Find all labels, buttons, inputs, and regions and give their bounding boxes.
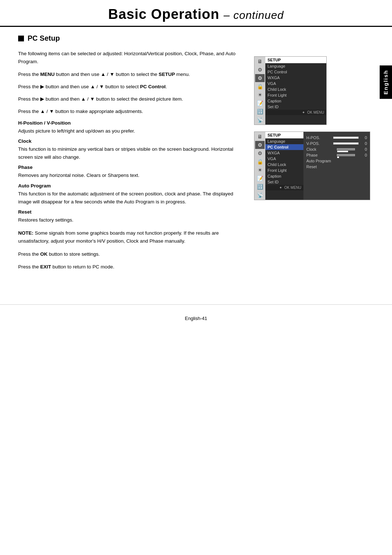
- icon-remote2: 📡: [255, 191, 265, 199]
- clock-label: Clock: [306, 147, 328, 151]
- menu2-childlock: Child Lock: [265, 162, 303, 167]
- note-bold: NOTE:: [18, 230, 33, 236]
- menu-item-setid1: Set ID: [265, 104, 326, 110]
- screenshot2-header: SETUP: [265, 132, 303, 138]
- screenshot1-header: SETUP: [265, 57, 326, 63]
- pc-control-bold: PC Control: [140, 84, 166, 89]
- title-main: Basic Operation: [108, 7, 219, 22]
- screenshot2: 🖥 ⚙ ⚙ 🔒 ☀ 📝 🔢 📡 SETUP Language PC Contro…: [254, 131, 370, 200]
- subsection-reset: Reset Restores factory settings.: [18, 209, 243, 224]
- menu-item-frontlight1: Front Light: [265, 92, 326, 98]
- screenshot1-menu: SETUP Language PC Control WXGA VGA Child…: [265, 57, 326, 125]
- clock-bar: [337, 148, 355, 150]
- note-paragraph: NOTE: Some signals from some graphics bo…: [18, 229, 243, 246]
- menu-item-childlock1: Child Lock: [265, 86, 326, 92]
- intro-paragraph: The following items can be selected or a…: [18, 50, 243, 66]
- title-subtitle: – continued: [224, 9, 284, 21]
- section-icon: [18, 36, 24, 41]
- subsection-phase-title: Phase: [18, 165, 243, 170]
- menu-item-vga1: VGA: [265, 81, 326, 86]
- instruction2: Press the ▶ button and then use ▲ / ▼ bu…: [18, 83, 243, 91]
- subsection-phase: Phase Removes any horizontal noise. Clea…: [18, 165, 243, 179]
- subsection-clock: Clock This function is to minimize any v…: [18, 138, 243, 161]
- menu-bold: MENU: [40, 72, 55, 77]
- subsection-clock-body: This function is to minimize any vertica…: [18, 145, 243, 161]
- phase-bar-fill: [337, 157, 339, 158]
- screenshot2-icons: 🖥 ⚙ ⚙ 🔒 ☀ 📝 🔢 📡: [254, 132, 265, 200]
- screenshot1-icons: 🖥 ⚙ ⚙ 🔒 ☀ 📝 🔢 📡: [254, 57, 265, 125]
- section-title: PC Setup: [28, 34, 60, 42]
- screenshot1: 🖥 ⚙ ⚙ 🔒 ☀ 📝 🔢 📡 SETUP Language PC Contro…: [254, 56, 327, 125]
- screenshots-wrapper: 🖥 ⚙ ⚙ 🔒 ☀ 📝 🔢 📡 SETUP Language PC Contro…: [254, 56, 370, 200]
- subsection-hv: H-Position / V-Position Adjusts picture …: [18, 120, 243, 135]
- footer-text1: OK MENU: [307, 110, 324, 114]
- value-hpos: H-POS. 0: [306, 135, 367, 141]
- reset-link: Reset: [306, 164, 367, 170]
- footer-text2: OK MENU: [284, 186, 301, 190]
- auto-program-link: Auto Program: [306, 158, 367, 164]
- section-heading: PC Setup: [18, 34, 374, 42]
- subsection-reset-body: Restores factory settings.: [18, 216, 243, 224]
- instruction4: Press the ▲ / ▼ button to make appropria…: [18, 108, 243, 116]
- page-number: English-41: [185, 316, 207, 321]
- icon-settings3: ⚙: [255, 141, 265, 149]
- menu2-caption: Caption: [265, 173, 303, 179]
- subsection-auto-program-body: This function is for the automatic adjus…: [18, 190, 243, 206]
- icon-remote1: 📡: [255, 116, 265, 124]
- screenshot2-footer-left: ✦ OK MENU: [265, 185, 303, 190]
- subsection-clock-title: Clock: [18, 138, 243, 144]
- subsection-auto-program-title: Auto Program: [18, 183, 243, 189]
- setup-bold: SETUP: [159, 72, 175, 77]
- menu-item-language1: Language: [265, 63, 326, 69]
- icon-brightness1: ☀: [255, 91, 265, 99]
- instruction3: Press the ▶ button and then ▲ / ▼ button…: [18, 95, 243, 103]
- icon-settings4: ⚙: [255, 149, 265, 157]
- screenshot2-left: SETUP Language PC Control WXGA VGA Child…: [265, 132, 303, 200]
- icon-settings1: ⚙: [255, 66, 265, 74]
- clock-value: 0: [365, 147, 367, 151]
- menu2-frontlight: Front Light: [265, 167, 303, 173]
- value-clock: Clock 0: [306, 146, 367, 152]
- icon-settings2: ⚙: [255, 74, 265, 82]
- icon-lock1: 🔒: [255, 82, 265, 90]
- menu2-vga: VGA: [265, 156, 303, 162]
- page-title: Basic Operation – continued: [15, 7, 377, 22]
- vpos-value: 0: [365, 141, 367, 146]
- menu2-setid: Set ID: [265, 179, 303, 185]
- english-tab: English: [380, 65, 392, 99]
- phase-label: Phase: [306, 153, 328, 157]
- page-header: Basic Operation – continued: [0, 0, 392, 27]
- subsection-phase-body: Removes any horizontal noise. Clears or …: [18, 171, 243, 179]
- phase-bar: [337, 154, 355, 156]
- exit-instruction: Press the EXIT button to return to PC mo…: [18, 263, 243, 271]
- phase-value: 0: [365, 153, 367, 157]
- menu2-wxga: WXGA: [265, 150, 303, 156]
- hpos-bar: [333, 137, 359, 139]
- instruction1: Press the MENU button and then use ▲ / ▼…: [18, 70, 243, 78]
- icon-id2: 🔢: [255, 183, 265, 191]
- icon-lock2: 🔒: [255, 158, 265, 166]
- menu-item-caption1: Caption: [265, 98, 326, 104]
- icon-monitor2: 🖥: [255, 133, 265, 141]
- subsection-reset-title: Reset: [18, 209, 243, 215]
- icon-id1: 🔢: [255, 108, 265, 116]
- value-phase: Phase 0: [306, 152, 367, 158]
- value-vpos: V-POS. 0: [306, 141, 367, 146]
- vpos-label: V-POS.: [306, 141, 328, 146]
- subsection-hv-title: H-Position / V-Position: [18, 120, 243, 126]
- page-footer: English-41: [0, 304, 392, 328]
- menu2-language: Language: [265, 138, 303, 144]
- ok-bold: OK: [40, 251, 48, 257]
- vpos-bar: [333, 142, 359, 145]
- icon-caption2: 📝: [255, 174, 265, 182]
- icon-brightness2: ☀: [255, 166, 265, 174]
- exit-bold: EXIT: [40, 264, 51, 270]
- screenshot1-footer: ✦ OK MENU: [265, 110, 326, 115]
- subsection-auto-program: Auto Program This function is for the au…: [18, 183, 243, 206]
- hpos-label: H-POS.: [306, 135, 328, 140]
- screenshot2-values: H-POS. 0 V-POS. 0 Clock 0 Phase: [303, 132, 370, 200]
- icon-monitor: 🖥: [255, 57, 265, 65]
- ok-icon2: ✦: [279, 186, 282, 190]
- clock-bar-fill: [337, 151, 348, 152]
- ok-instruction: Press the OK button to store settings.: [18, 250, 243, 258]
